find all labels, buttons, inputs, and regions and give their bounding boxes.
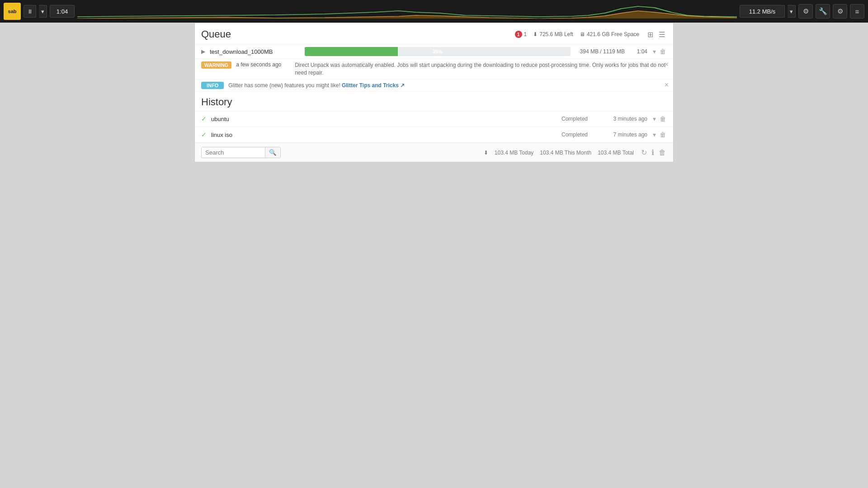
download-size: 394 MB / 1119 MB [575,48,625,55]
history-status-ubuntu: Completed [561,116,598,122]
queue-header: Queue 1 1 ⬇ 725.6 MB Left [195,23,673,44]
glitter-icon-button[interactable]: ⚙ [798,4,813,19]
menu-icon-button[interactable]: ≡ [850,4,864,19]
chevron-down-icon: ▾ [790,8,793,15]
wrench-icon-button[interactable]: 🔧 [816,4,830,19]
warning-message: Direct Unpack was automatically enabled.… [295,61,667,77]
footer-stats: ⬇ 103.4 MB Today 103.4 MB This Month 103… [484,147,667,158]
history-delete-linux-iso[interactable]: 🗑 [659,130,667,139]
hdd-icon: 🖥 [580,31,585,38]
free-space-label: 421.6 GB Free Space [587,31,639,38]
check-icon-ubuntu: ✓ [201,115,207,122]
stat-this-month: 103.4 MB This Month [540,150,591,156]
play-icon[interactable]: ▶ [201,48,205,55]
queue-view-list-button[interactable]: ☰ [657,29,667,40]
queue-title: Queue [201,28,231,40]
delete-all-button[interactable]: 🗑 [658,148,667,158]
pause-button[interactable]: ⏸ [24,5,36,18]
download-icon: ⬇ [533,31,538,38]
history-status-linux-iso: Completed [561,131,598,138]
download-row: ▶ test_download_1000MB 35% 394 MB / 1119… [195,44,673,59]
history-actions-ubuntu: ▾ 🗑 [652,114,667,123]
warning-alert-row: WARNING a few seconds ago Direct Unpack … [195,59,673,80]
main-content: Queue 1 1 ⬇ 725.6 MB Left [194,23,674,162]
info-button[interactable]: ℹ [651,147,655,158]
download-time: 1:04 [629,48,647,55]
info-close-button[interactable]: × [665,81,669,89]
footer-row: 🔍 ⬇ 103.4 MB Today 103.4 MB This Month 1… [195,143,673,162]
history-dropdown-ubuntu[interactable]: ▾ [652,114,657,123]
mb-left-stat: ⬇ 725.6 MB Left [533,31,573,38]
speed-selector: 11.2 MB/s [740,5,785,18]
download-dropdown-button[interactable]: ▾ [652,47,657,56]
queue-view-compact-button[interactable]: ⊞ [646,29,655,40]
progress-text: 35% [433,49,443,54]
refresh-button[interactable]: ↻ [640,147,648,158]
mb-left-label: 725.6 MB Left [539,31,573,38]
speed-dropdown-button[interactable]: ▾ [788,5,796,18]
logo: sab [4,3,21,20]
tips-link[interactable]: Glitter Tips and Tricks ↗ [342,82,405,89]
download-row-actions: ▾ 🗑 [652,47,667,56]
warning-badge: WARNING [201,61,231,69]
history-title: History [201,96,667,108]
stat-total: 103.4 MB Total [598,150,634,156]
history-dropdown-linux-iso[interactable]: ▾ [652,130,657,139]
speed-graph [77,4,737,19]
info-badge: INFO [201,82,224,89]
history-row-linux-iso: ✓ linux iso Completed 7 minutes ago ▾ 🗑 [195,127,673,143]
search-input[interactable] [202,147,265,158]
error-count-number: 1 [524,31,527,38]
alert-time-warning: a few seconds ago [236,61,290,68]
history-name-linux-iso: linux iso [211,131,557,138]
logo-text: sab [8,9,17,14]
queue-header-icons: ⊞ ☰ [646,29,667,40]
progress-bar-container: 35% [305,47,571,56]
stat-icon-download: ⬇ [484,150,488,156]
pause-icon: ⏸ [27,8,33,15]
queue-stats: 1 1 ⬇ 725.6 MB Left 🖥 421.6 GB Free Spac… [515,29,667,40]
history-actions-linux-iso: ▾ 🗑 [652,130,667,139]
settings-icon-button[interactable]: ⚙ [833,4,847,19]
warning-close-button[interactable]: × [665,61,669,68]
stat-today: 103.4 MB Today [495,150,534,156]
history-time-ubuntu: 3 minutes ago [602,116,647,122]
chevron-down-icon: ▾ [41,8,44,15]
history-name-ubuntu: ubuntu [211,116,557,122]
check-icon-linux-iso: ✓ [201,131,207,138]
info-alert-row: INFO Glitter has some (new) features you… [195,80,673,92]
info-message: Glitter has some (new) features you migh… [228,82,667,89]
graph-svg [77,4,737,19]
download-name: test_download_1000MB [210,48,300,55]
timer-display: 1:04 [50,5,75,18]
progress-bar-fill [305,47,398,56]
navbar: sab ⏸ ▾ 1:04 11.2 MB/s [0,0,868,23]
history-time-linux-iso: 7 minutes ago [602,131,647,138]
error-badge: 1 [515,31,522,38]
footer-icons: ↻ ℹ 🗑 [640,147,667,158]
download-delete-button[interactable]: 🗑 [659,47,667,56]
search-icon: 🔍 [269,149,277,156]
search-button[interactable]: 🔍 [265,147,280,158]
history-delete-ubuntu[interactable]: 🗑 [659,114,667,123]
free-space-stat: 🖥 421.6 GB Free Space [580,31,639,38]
pause-dropdown-button[interactable]: ▾ [39,5,47,18]
history-row-ubuntu: ✓ ubuntu Completed 3 minutes ago ▾ 🗑 [195,111,673,127]
history-header: History [195,92,673,111]
error-count-stat: 1 1 [515,31,527,38]
search-box: 🔍 [201,147,281,158]
